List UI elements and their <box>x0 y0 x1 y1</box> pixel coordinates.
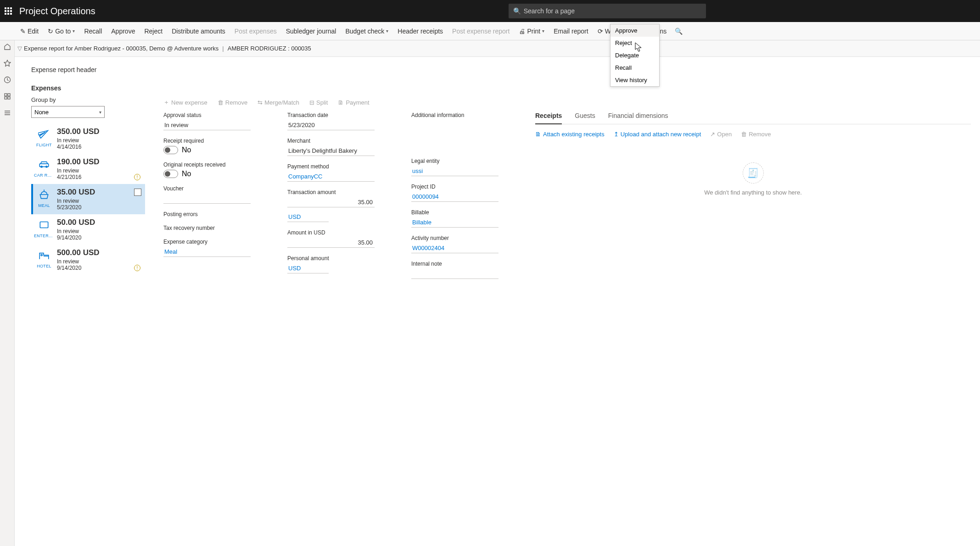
subledger-button[interactable]: Subledger journal <box>281 22 341 40</box>
receipt-required-toggle[interactable] <box>163 146 178 154</box>
recall-button[interactable]: Recall <box>79 22 106 40</box>
legal-entity-value[interactable]: ussi <box>411 166 498 176</box>
amount-usd-value[interactable]: 35.00 <box>287 238 375 248</box>
expense-category-value[interactable]: Meal <box>163 247 251 257</box>
original-receipts-toggle[interactable] <box>163 170 178 178</box>
additional-info-label: Additional information <box>411 112 508 118</box>
edit-button[interactable]: ✎Edit <box>16 22 43 40</box>
split-button[interactable]: ⊟Split <box>309 98 328 106</box>
expense-item[interactable]: !CAR RE...190.00 USDIn review4/21/2016 <box>31 154 145 184</box>
voucher-value[interactable] <box>163 194 251 204</box>
tab-receipts[interactable]: Receipts <box>535 112 562 124</box>
transaction-amount-currency[interactable]: USD <box>287 212 329 222</box>
tab-financial[interactable]: Financial dimensions <box>608 112 668 121</box>
workflow-icon: ⟳ <box>598 28 603 35</box>
original-receipts-value: No <box>182 170 191 178</box>
waffle-icon[interactable] <box>5 7 12 15</box>
link-icon: ⇆ <box>258 99 263 106</box>
expense-report-header-section[interactable]: Expense report header <box>31 62 971 78</box>
group-by-select[interactable]: None ▾ <box>31 106 105 118</box>
workflow-item-delegate[interactable]: Delegate <box>610 49 659 61</box>
billable-value[interactable]: Billable <box>411 217 498 228</box>
distribute-button[interactable]: Distribute amounts <box>167 22 230 40</box>
workflow-menu: ApproveRejectDelegateRecallView history <box>610 24 660 87</box>
info-icon[interactable]: ! <box>134 265 140 271</box>
star-icon[interactable] <box>4 60 11 67</box>
merge-match-button[interactable]: ⇆Merge/Match <box>258 98 299 106</box>
legal-entity-label: Legal entity <box>411 158 508 164</box>
expense-status: In review <box>57 198 95 204</box>
payment-button[interactable]: 🗎Payment <box>338 98 369 106</box>
approve-button[interactable]: Approve <box>106 22 140 40</box>
remove-expense-button[interactable]: 🗑Remove <box>218 98 247 106</box>
print-button[interactable]: 🖨Print▾ <box>514 22 549 40</box>
modules-icon[interactable] <box>4 109 11 117</box>
expense-item[interactable]: !HOTEL500.00 USDIn review9/14/2020 <box>31 245 145 275</box>
recent-icon[interactable] <box>4 76 11 84</box>
expense-amount: 500.00 USD <box>57 248 100 257</box>
payment-method-value[interactable]: CompanyCC <box>287 172 375 182</box>
workflow-item-reject[interactable]: Reject <box>610 37 659 49</box>
expense-item[interactable]: FLIGHT350.00 USDIn review4/14/2016 <box>31 123 145 154</box>
expense-date: 9/14/2020 <box>57 265 100 271</box>
filter-icon[interactable]: ▽ <box>17 45 22 52</box>
breadcrumb-right: AMBER RODRIGUEZ : 000035 <box>228 45 311 52</box>
workflow-item-approve[interactable]: Approve <box>610 24 659 37</box>
reject-button[interactable]: Reject <box>140 22 167 40</box>
transaction-amount-label: Transaction amount <box>287 189 384 195</box>
remove-receipt-button: 🗑Remove <box>741 131 771 138</box>
new-expense-button[interactable]: ＋New expense <box>163 98 207 106</box>
approval-status-label: Approval status <box>163 112 260 118</box>
personal-amount-currency[interactable]: USD <box>287 263 329 273</box>
transaction-date-value[interactable]: 5/23/2020 <box>287 120 375 130</box>
expense-amount: 50.00 USD <box>57 218 95 227</box>
upload-receipt-button[interactable]: ↥Upload and attach new receipt <box>614 131 701 138</box>
expense-status: In review <box>57 137 100 144</box>
email-report-button[interactable]: Email report <box>549 22 593 40</box>
find-icon[interactable]: 🔍 <box>671 28 686 35</box>
left-nav <box>0 40 15 546</box>
transaction-date-label: Transaction date <box>287 112 384 118</box>
expenses-section-title[interactable]: Expenses <box>31 78 971 96</box>
group-by-label: Group by <box>31 96 145 103</box>
header-receipts-button[interactable]: Header receipts <box>393 22 448 40</box>
printer-icon: 🖨 <box>519 28 525 35</box>
merchant-value[interactable]: Liberty's Delightful Bakery <box>287 146 375 156</box>
group-by-value: None <box>34 109 49 116</box>
expense-item[interactable]: MEAL35.00 USDIn review5/23/2020 <box>31 184 145 214</box>
activity-number-label: Activity number <box>411 235 508 241</box>
search-input[interactable]: 🔍 Search for a page <box>509 4 706 18</box>
goto-button[interactable]: ↻Go to▾ <box>43 22 79 40</box>
activity-number-value[interactable]: W00002404 <box>411 243 498 253</box>
internal-note-value[interactable] <box>411 269 498 279</box>
workflow-item-view-history[interactable]: View history <box>610 74 659 86</box>
info-icon[interactable]: ! <box>134 174 140 180</box>
right-panel: Receipts Guests Financial dimensions 🗎At… <box>535 112 971 286</box>
tab-guests[interactable]: Guests <box>575 112 595 121</box>
svg-point-9 <box>41 254 42 256</box>
expense-amount: 190.00 USD <box>57 157 100 167</box>
receipt-actions: 🗎Attach existing receipts ↥Upload and at… <box>535 124 971 144</box>
chevron-down-icon: ▾ <box>99 110 101 115</box>
flight-icon: FLIGHT <box>36 128 52 147</box>
workspace-icon[interactable] <box>4 93 11 100</box>
svg-rect-3 <box>5 97 7 99</box>
post-report-button: Post expense report <box>448 22 514 40</box>
transaction-amount-value[interactable]: 35.00 <box>287 197 375 207</box>
chevron-down-icon: ▾ <box>386 28 388 33</box>
expense-item[interactable]: ENTERT...50.00 USDIn review9/14/2020 <box>31 214 145 245</box>
upload-icon: ↥ <box>614 131 619 138</box>
attach-receipt-button[interactable]: 🗎Attach existing receipts <box>535 131 605 138</box>
project-id-value[interactable]: 00000094 <box>411 192 498 202</box>
expense-checkbox[interactable] <box>134 189 141 196</box>
plus-icon: ＋ <box>163 98 169 106</box>
home-icon[interactable] <box>4 43 11 50</box>
top-bar: Project Operations 🔍 Search for a page <box>0 0 980 22</box>
internal-note-label: Internal note <box>411 261 508 267</box>
workflow-item-recall[interactable]: Recall <box>610 61 659 74</box>
expense-status: In review <box>57 167 100 174</box>
approval-status-value[interactable]: In review <box>163 120 251 130</box>
budget-check-button[interactable]: Budget check▾ <box>341 22 393 40</box>
chevron-down-icon: ▾ <box>73 28 75 33</box>
expense-category-label: Expense category <box>163 239 260 245</box>
